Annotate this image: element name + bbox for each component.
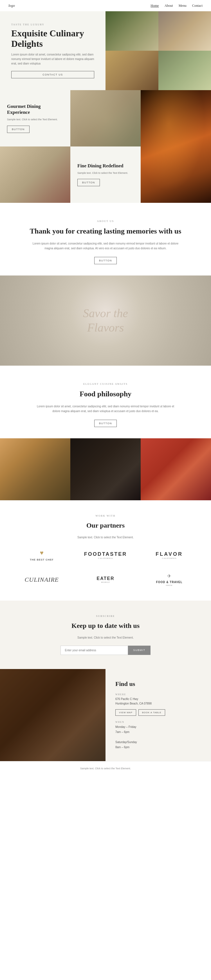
food-overlay-1 <box>70 90 141 146</box>
philosophy-label: Elegant Cuisine Awaits <box>34 383 177 385</box>
find-us-section: Find us WHERE 676 Pacific C HwyHuntingto… <box>0 669 211 761</box>
fine-dining-button[interactable]: BUTTON <box>78 179 100 186</box>
subscribe-label: Subscribe <box>11 615 200 617</box>
partner-flavor: FLAVOR CALIFORNIA <box>139 549 200 562</box>
food-photo-2 <box>0 146 70 203</box>
hero-title: Exquisite Culinary Delights <box>11 28 94 49</box>
partner-culinaire-label: Culinaire <box>25 576 59 583</box>
find-us-title: Find us <box>115 680 201 687</box>
flavor-image-section: Savor the Flavors <box>0 275 211 366</box>
view-map-button[interactable]: VIEW MAP <box>115 709 136 716</box>
find-us-image-overlay <box>0 669 106 761</box>
gallery-image-2 <box>70 438 141 500</box>
partner-foodtaster: FOODTASTER CALIFORNIA <box>75 549 136 562</box>
fire-overlay <box>141 90 211 203</box>
partner-food-travel-label: FOOD & TRAVEL <box>156 581 182 584</box>
partners-label: Work With <box>11 514 200 517</box>
nav-links: Home About Menu Contact <box>151 4 203 8</box>
partners-grid: ♥ The Best Chef FOODTASTER CALIFORNIA FL… <box>11 546 200 589</box>
hero-subtitle: Taste the Luxury <box>11 23 94 26</box>
about-button[interactable]: BUTTON <box>94 257 117 264</box>
partner-eater-sub: Mobile <box>97 581 114 583</box>
overlay-line2: Flavors <box>83 321 128 335</box>
partner-food-travel: ✈ FOOD & TRAVEL SHOW <box>139 570 200 589</box>
navigation: logo Home About Menu Contact <box>0 0 211 11</box>
fine-dining-cell: Fine Dining Redefined Sample text. Click… <box>70 146 141 203</box>
gourmet-text: Sample text. Click to select the Text El… <box>7 118 63 121</box>
subscribe-section: Subscribe Keep up to date with us Sample… <box>0 601 211 669</box>
about-text: Lorem ipsum dolor sit amet, consectetur … <box>28 241 183 251</box>
food-travel-icon: ✈ <box>156 573 182 579</box>
hero-image-grid <box>106 11 211 90</box>
gallery-image-3 <box>141 438 211 500</box>
nav-about[interactable]: About <box>165 4 173 8</box>
philosophy-button[interactable]: BUTTON <box>94 420 117 427</box>
nav-menu[interactable]: Menu <box>179 4 187 8</box>
submit-button[interactable]: SUBMIT <box>128 646 150 655</box>
hero-image-3 <box>106 51 159 90</box>
chef-background <box>141 90 211 203</box>
partner-eater: EATER Mobile <box>75 573 136 586</box>
partner-flavor-label: FLAVOR <box>155 551 183 557</box>
logo: logo <box>8 3 15 8</box>
hero-image-4 <box>159 51 211 90</box>
contact-us-button[interactable]: CONTACT US <box>11 71 94 78</box>
overlay-line1: Savor the <box>83 306 128 320</box>
nav-home[interactable]: Home <box>151 4 159 8</box>
food-photo-1 <box>70 90 141 146</box>
hero-section: Taste the Luxury Exquisite Culinary Deli… <box>0 11 211 90</box>
hero-content: Taste the Luxury Exquisite Culinary Deli… <box>0 11 106 90</box>
partner-culinaire: Culinaire <box>11 573 72 586</box>
partner-foodtaster-sub: CALIFORNIA <box>84 557 127 560</box>
hero-image-2 <box>159 11 211 51</box>
gallery-image-1 <box>0 438 70 500</box>
footer: Sample text. Click to select the Text El… <box>0 761 211 774</box>
where-label: WHERE <box>115 693 201 696</box>
find-us-address: 676 Pacific C HwyHuntington Beach, CA 07… <box>115 697 201 706</box>
philosophy-section: Elegant Cuisine Awaits Food philosophy L… <box>0 366 211 438</box>
about-section: About Us Thank you for creating lasting … <box>0 203 211 275</box>
heart-icon: ♥ <box>30 549 54 557</box>
fine-dining-text: Sample text. Click to select the Text El… <box>78 171 134 175</box>
find-us-hours: Monday – Friday7am – 6pmSaturday/Sunday8… <box>115 724 201 750</box>
gourmet-button[interactable]: BUTTON <box>7 126 30 133</box>
hero-images <box>106 11 211 90</box>
gourmet-title: Gourmet Dining Experience <box>7 103 63 115</box>
partners-section: Work With Our partners Sample text. Clic… <box>0 500 211 601</box>
subscribe-title: Keep up to date with us <box>11 621 200 630</box>
partners-subtitle: Sample text. Click to select the Text El… <box>11 535 200 540</box>
philosophy-text: Lorem ipsum dolor sit amet, consectetur … <box>34 404 177 414</box>
hero-text: Lorem ipsum dolor sit amet, consectetur … <box>11 52 94 66</box>
partner-flavor-sub: CALIFORNIA <box>155 557 183 560</box>
chef-image-cell <box>141 90 211 203</box>
email-row: SUBMIT <box>11 646 200 655</box>
subscribe-text: Sample text. Click to select the Text El… <box>11 635 200 640</box>
food-gallery <box>0 438 211 500</box>
nav-contact[interactable]: Contact <box>192 4 203 8</box>
footer-text: Sample text. Click to select the Text El… <box>80 767 131 770</box>
email-input[interactable] <box>60 646 128 655</box>
partner-food-travel-sub: SHOW <box>156 584 182 587</box>
grid-section: Gourmet Dining Experience Sample text. C… <box>0 90 211 203</box>
hero-image-1 <box>106 11 159 51</box>
find-us-image <box>0 669 106 761</box>
fine-dining-title: Fine Dining Redefined <box>78 163 134 169</box>
find-us-buttons: VIEW MAP BOOK A TABLE <box>115 709 201 716</box>
philosophy-title: Food philosophy <box>34 389 177 399</box>
gourmet-dining-cell: Gourmet Dining Experience Sample text. C… <box>0 90 70 146</box>
partner-best-chef-label: The Best Chef <box>30 558 54 561</box>
partner-foodtaster-label: FOODTASTER <box>84 551 127 557</box>
partner-best-chef: ♥ The Best Chef <box>11 546 72 565</box>
partners-title: Our partners <box>11 521 200 530</box>
about-title: Thank you for creating lasting memories … <box>28 226 183 236</box>
find-us-info: Find us WHERE 676 Pacific C HwyHuntingto… <box>106 669 211 761</box>
flavor-overlay-text: Savor the Flavors <box>83 306 128 335</box>
book-table-button[interactable]: BOOK A TABLE <box>138 709 165 716</box>
partner-eater-label: EATER <box>97 576 114 581</box>
when-label: WHEN <box>115 721 201 723</box>
about-label: About Us <box>28 220 183 223</box>
subscribe-wrapper: Subscribe Keep up to date with us Sample… <box>0 601 211 669</box>
